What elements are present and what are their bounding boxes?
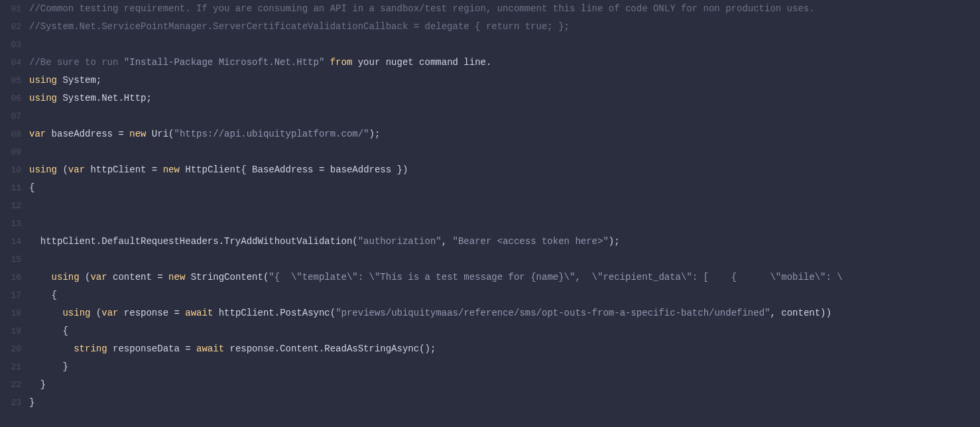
token-keyword: string — [74, 343, 113, 354]
token-string: "previews/ubiquitymaas/reference/sms/opt… — [336, 308, 770, 318]
token-type: System — [62, 75, 95, 86]
token-plain — [29, 236, 40, 247]
token-ident: BaseAddress — [252, 164, 319, 175]
token-keyword: var — [29, 129, 52, 139]
code-line[interactable]: using (var httpClient = new HttpClient{ … — [29, 161, 980, 179]
token-punct: ; — [146, 93, 151, 103]
token-punct: }) — [397, 164, 408, 175]
line-number: 11 — [0, 179, 21, 197]
line-number: 09 — [0, 143, 21, 161]
token-punct: = — [174, 308, 185, 318]
line-number: 23 — [0, 394, 21, 412]
token-ident: content — [781, 308, 820, 318]
token-ident: responseData — [113, 343, 185, 354]
code-line[interactable]: using (var response = await httpClient.P… — [29, 304, 980, 322]
line-number: 22 — [0, 376, 21, 394]
token-punct: = — [185, 343, 196, 354]
code-line[interactable]: //Be sure to run "Install-Package Micros… — [29, 54, 980, 72]
token-punct: { — [62, 326, 68, 336]
token-punct: = — [319, 164, 330, 175]
token-punct: ); — [609, 236, 620, 247]
token-ident: httpClient — [90, 164, 151, 175]
token-comment: //Be sure to run — [29, 57, 124, 68]
line-number: 13 — [0, 215, 21, 233]
line-number: 12 — [0, 197, 21, 215]
line-number: 02 — [0, 18, 21, 36]
token-string: "Bearer <access token here>" — [453, 236, 609, 247]
line-number: 20 — [0, 340, 21, 358]
code-line[interactable]: using System; — [29, 72, 980, 90]
token-string: "Install-Package Microsoft.Net.Http" — [124, 57, 324, 68]
token-punct: { — [52, 290, 57, 300]
code-line[interactable]: { — [29, 286, 980, 304]
token-string: "{ \"template\": \"This is a test messag… — [269, 272, 842, 282]
token-punct: )) — [820, 308, 831, 318]
code-line[interactable] — [29, 107, 980, 125]
token-plain — [29, 361, 62, 372]
token-punct: ; — [96, 75, 101, 86]
token-ident: baseAddress — [52, 129, 119, 139]
token-punct: , — [770, 308, 781, 318]
line-number: 15 — [0, 251, 21, 269]
code-line[interactable]: httpClient.DefaultRequestHeaders.TryAddW… — [29, 233, 980, 251]
code-line[interactable] — [29, 143, 980, 161]
token-punct: } — [62, 361, 68, 372]
code-line[interactable]: } — [29, 394, 980, 412]
token-keyword: using — [29, 75, 62, 86]
line-number: 08 — [0, 125, 21, 143]
line-number: 18 — [0, 304, 21, 322]
code-line[interactable]: var baseAddress = new Uri("https://api.u… — [29, 125, 980, 143]
token-keyword: new — [168, 272, 191, 282]
token-keyword: using — [52, 272, 85, 282]
code-line[interactable]: } — [29, 358, 980, 376]
token-punct: { — [241, 164, 252, 175]
code-line[interactable]: string responseData = await response.Con… — [29, 340, 980, 358]
token-plain — [29, 326, 62, 336]
line-number: 07 — [0, 107, 21, 125]
code-line[interactable] — [29, 215, 980, 233]
token-plain — [29, 272, 52, 282]
token-ident: your nuget command line. — [358, 57, 492, 68]
line-number: 14 — [0, 233, 21, 251]
line-number: 17 — [0, 286, 21, 304]
token-keyword: using — [29, 93, 62, 103]
code-line[interactable] — [29, 36, 980, 54]
token-comment: //Common testing requirement. If you are… — [29, 3, 815, 14]
code-line[interactable]: { — [29, 322, 980, 340]
token-punct: ( — [330, 308, 336, 318]
token-keyword: await — [185, 308, 218, 318]
code-line[interactable]: //System.Net.ServicePointManager.ServerC… — [29, 18, 980, 36]
token-plain — [29, 290, 52, 300]
token-string: "authorization" — [358, 236, 442, 247]
token-keyword: var — [68, 164, 91, 175]
code-line[interactable]: using (var content = new StringContent("… — [29, 269, 980, 286]
token-string: "https://api.ubiquityplatform.com/" — [174, 129, 369, 139]
token-ident: response.Content.ReadAsStringAsync — [229, 343, 419, 354]
code-line[interactable] — [29, 197, 980, 215]
line-number: 04 — [0, 54, 21, 72]
token-ident: content — [113, 272, 157, 282]
token-keyword: using — [62, 308, 95, 318]
code-line[interactable]: } — [29, 376, 980, 394]
token-comment — [324, 57, 330, 68]
code-line[interactable]: //Common testing requirement. If you are… — [29, 0, 980, 18]
token-keyword: new — [129, 129, 152, 139]
line-number: 05 — [0, 72, 21, 90]
token-punct: } — [40, 379, 46, 390]
token-comment: //System.Net.ServicePointManager.ServerC… — [29, 21, 570, 32]
code-line[interactable]: { — [29, 179, 980, 197]
token-punct: ); — [369, 129, 381, 139]
code-line[interactable] — [29, 251, 980, 269]
token-keyword: new — [163, 164, 186, 175]
line-number-gutter: 0102030405060708091011121314151617181920… — [0, 0, 27, 427]
code-editor[interactable]: 0102030405060708091011121314151617181920… — [0, 0, 980, 427]
code-area[interactable]: //Common testing requirement. If you are… — [27, 0, 980, 427]
line-number: 19 — [0, 322, 21, 340]
token-keyword: var — [90, 272, 113, 282]
code-line[interactable]: using System.Net.Http; — [29, 90, 980, 107]
token-punct: } — [29, 397, 34, 408]
token-ident: response — [124, 308, 174, 318]
token-punct: = — [118, 129, 129, 139]
token-ident: baseAddress — [330, 164, 397, 175]
token-punct: (); — [419, 343, 436, 354]
